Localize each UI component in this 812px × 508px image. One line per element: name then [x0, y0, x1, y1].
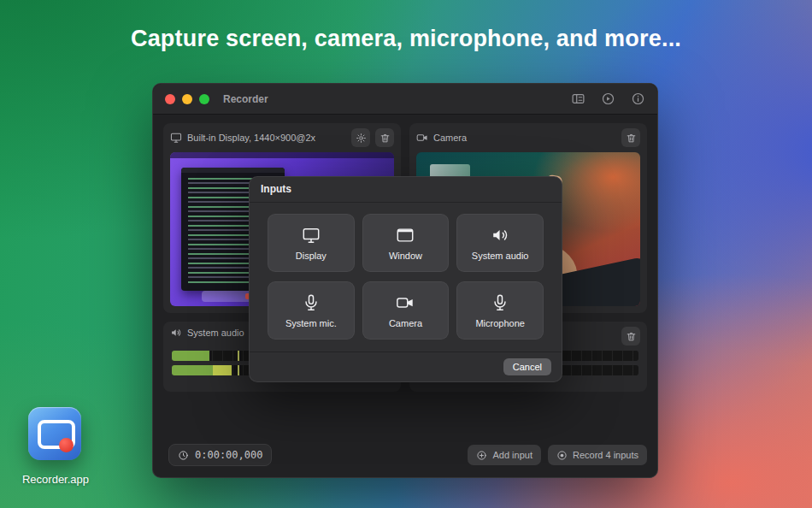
trash-icon [626, 331, 637, 342]
window-icon [396, 226, 415, 245]
speaker-icon [170, 327, 182, 339]
dialog-camera-button[interactable]: Camera [362, 281, 450, 340]
minimize-window-button[interactable] [182, 94, 192, 104]
play-circle-button[interactable] [600, 92, 615, 107]
peak-indicator [238, 351, 239, 361]
camera-icon [416, 132, 428, 144]
dialog-system-audio-label: System audio [472, 251, 529, 261]
microphone-icon [302, 293, 321, 312]
trash-icon [380, 133, 391, 144]
plus-circle-icon [476, 450, 487, 461]
recorder-app-icon[interactable] [28, 407, 81, 460]
audio-level-fill [172, 351, 209, 361]
inputs-dialog-title: Inputs [250, 177, 562, 203]
camera-panel-header: Camera [409, 123, 647, 152]
clock-icon [178, 450, 189, 461]
marketing-screenshot: Capture screen, camera, microphone, and … [0, 0, 812, 508]
zoom-window-button[interactable] [199, 94, 209, 104]
dialog-camera-label: Camera [389, 318, 422, 328]
inputs-list-button[interactable] [570, 92, 585, 107]
system-audio-label: System audio [187, 328, 244, 338]
trash-icon [626, 133, 637, 144]
dialog-microphone-label: Microphone [475, 318, 524, 328]
camera-panel-label: Camera [433, 133, 467, 143]
camera-remove-button[interactable] [621, 128, 640, 147]
microphone-icon [491, 293, 509, 312]
peak-indicator [238, 365, 239, 375]
list-icon [571, 92, 585, 106]
app-icon-record-dot [59, 438, 74, 452]
dialog-window-button[interactable]: Window [362, 214, 450, 272]
dialog-system-audio-button[interactable]: System audio [456, 214, 544, 272]
dialog-display-label: Display [296, 251, 327, 261]
audio-level-fill [172, 365, 232, 375]
display-remove-button[interactable] [375, 128, 394, 147]
dialog-display-button[interactable]: Display [268, 214, 355, 272]
inputs-dialog: Inputs Display Window System audio Syste… [249, 176, 562, 382]
app-icon-label: Recorder.app [0, 473, 111, 486]
record-inputs-label: Record 4 inputs [573, 450, 638, 460]
camera-icon [396, 293, 415, 312]
add-input-label: Add input [492, 450, 532, 460]
recording-timer: 0:00:00,000 [168, 444, 272, 466]
display-panel-label: Built-in Display, 1440×900@2x [187, 133, 315, 143]
display-settings-button[interactable] [351, 128, 370, 147]
speaker-icon [491, 226, 509, 245]
play-circle-icon [601, 92, 615, 106]
preview-menubar [170, 152, 394, 158]
dialog-system-mic-label: System mic. [285, 318, 337, 328]
gear-icon [356, 133, 367, 144]
info-button[interactable] [630, 92, 645, 107]
display-panel-header: Built-in Display, 1440×900@2x [163, 123, 401, 152]
window-title: Recorder [223, 93, 268, 105]
footer-actions: Add input Record 4 inputs [468, 445, 647, 465]
cancel-button[interactable]: Cancel [503, 358, 551, 375]
traffic-lights [165, 94, 209, 104]
inputs-grid: Display Window System audio System mic. … [250, 203, 562, 340]
headline: Capture screen, camera, microphone, and … [0, 26, 812, 52]
add-input-button[interactable]: Add input [468, 445, 540, 465]
dialog-microphone-button[interactable]: Microphone [456, 281, 544, 340]
window-toolbar [570, 92, 645, 107]
record-inputs-button[interactable]: Record 4 inputs [548, 445, 647, 465]
dialog-system-mic-button[interactable]: System mic. [268, 281, 355, 340]
display-icon [170, 132, 182, 144]
microphone-remove-button[interactable] [621, 327, 640, 346]
dialog-window-label: Window [389, 251, 422, 261]
record-icon [556, 450, 568, 461]
close-window-button[interactable] [165, 94, 175, 104]
titlebar: Recorder [153, 84, 657, 115]
inputs-dialog-footer: Cancel [250, 351, 562, 381]
info-icon [631, 92, 645, 106]
timer-value: 0:00:00,000 [195, 449, 262, 461]
display-icon [302, 226, 321, 245]
